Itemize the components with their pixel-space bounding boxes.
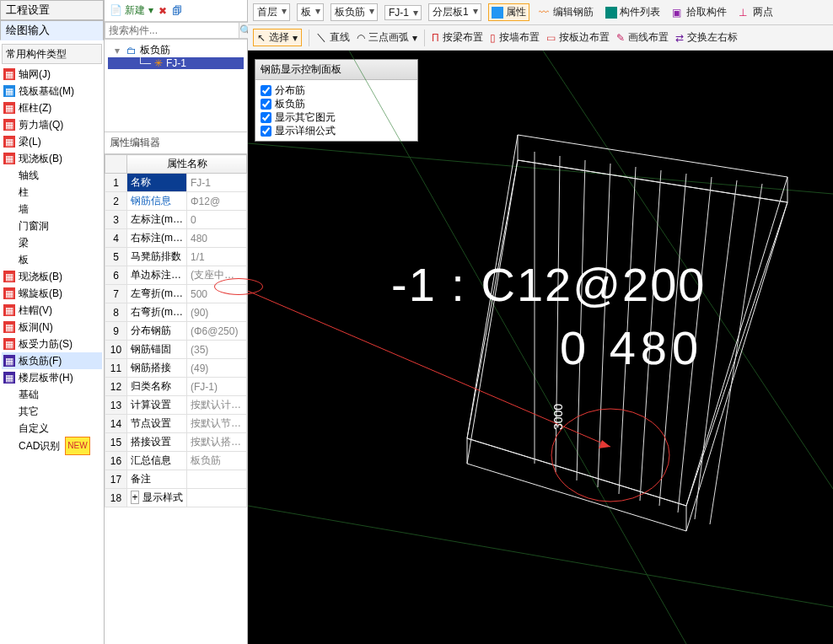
tree-item[interactable]: ▦框柱(Z) (2, 99, 102, 116)
property-row[interactable]: 17 备注 (105, 470, 247, 489)
property-row[interactable]: 8 右弯折(mm)(90) (105, 303, 247, 322)
property-value[interactable]: 500 (187, 285, 247, 303)
component-type-icon (3, 440, 15, 452)
tree-item[interactable]: ▦现浇板(B) (2, 150, 102, 167)
tree-item[interactable]: 墙 (2, 201, 102, 217)
tree-item[interactable]: ▦螺旋板(B) (2, 285, 102, 302)
tree-item[interactable]: ▦板洞(N) (2, 319, 102, 335)
two-point-button[interactable]: ⊥两点 (736, 4, 776, 20)
property-value[interactable]: 0 (187, 211, 247, 229)
tree-item[interactable]: 梁 (2, 234, 102, 251)
tree-item[interactable]: ▦筏板基础(M) (2, 83, 102, 99)
property-row[interactable]: 3左标注(mm)0 (105, 211, 247, 229)
category-select[interactable]: 板 (297, 3, 324, 21)
pick-component-button[interactable]: ▣拾取构件 (669, 4, 729, 20)
floor-select[interactable]: 首层 (253, 3, 290, 21)
property-value[interactable]: 按默认计算设置计算 (187, 396, 247, 415)
property-row[interactable]: 12 归类名称(FJ-1) (105, 378, 247, 396)
tree-item[interactable]: 基础 (2, 386, 102, 403)
property-row[interactable]: 18+显示样式 (105, 489, 247, 507)
property-row[interactable]: 1名称FJ-1 (105, 174, 247, 192)
tree-item[interactable]: CAD识别NEW (2, 437, 102, 455)
tree-item[interactable]: 柱 (2, 184, 102, 201)
tree-item[interactable]: ▦板负筋(F) (2, 352, 102, 369)
swap-labels[interactable]: ⇄交换左右标 (675, 30, 738, 45)
tree-item[interactable]: ▦现浇板(B) (2, 268, 102, 285)
property-row[interactable]: 4右标注(mm)480 (105, 229, 247, 248)
tree-item[interactable]: ▦轴网(J) (2, 66, 102, 83)
property-name: 计算设置 (127, 396, 187, 415)
property-row[interactable]: 9 分布钢筋(Φ6@250) (105, 322, 247, 341)
left-sidebar: 工程设置 绘图输入 常用构件类型 ▦轴网(J)▦筏板基础(M)▦框柱(Z)▦剪力… (0, 0, 105, 644)
tree-item-label: 楼层板带(H) (19, 369, 73, 386)
property-value[interactable]: (支座中心线) (187, 266, 247, 285)
close-icon[interactable]: ✖ (159, 5, 167, 17)
svg-line-0 (248, 143, 833, 194)
property-value[interactable]: (Φ6@250) (187, 322, 247, 341)
tree-item[interactable]: ▦柱帽(V) (2, 302, 102, 319)
draw-arc[interactable]: ◠三点画弧 ▾ (357, 30, 417, 45)
property-row[interactable]: 6 单边标注位置(支座中心线) (105, 266, 247, 285)
property-value[interactable]: Φ12@ (187, 192, 247, 211)
tree-item-label: 梁 (19, 234, 29, 251)
property-value[interactable]: 1/1 (187, 248, 247, 266)
tree-item[interactable]: 其它 (2, 403, 102, 420)
draw-line-place[interactable]: ✎画线布置 (616, 30, 669, 45)
property-value[interactable]: 480 (187, 229, 247, 248)
edit-rebar-button[interactable]: 〰编辑钢筋 (536, 4, 596, 20)
property-value[interactable]: 板负筋 (187, 452, 247, 470)
property-value[interactable]: FJ-1 (187, 174, 247, 192)
tab-draw-input[interactable]: 绘图输入 (0, 20, 104, 40)
property-row[interactable]: 5马凳筋排数1/1 (105, 248, 247, 266)
property-value[interactable]: (35) (187, 341, 247, 359)
wall-icon: ▯ (490, 32, 496, 44)
tree-item[interactable]: ▦楼层板带(H) (2, 369, 102, 386)
tree-item[interactable]: 门窗洞 (2, 217, 102, 234)
property-name: 钢筋搭接 (127, 359, 187, 378)
property-grid[interactable]: 属性名称 1名称FJ-12钢筋信息Φ12@3左标注(mm)04右标注(mm)48… (105, 154, 247, 644)
place-by-beam[interactable]: Π按梁布置 (432, 30, 483, 45)
draw-line[interactable]: ＼直线 (316, 30, 350, 45)
place-by-wall[interactable]: ▯按墙布置 (490, 30, 540, 45)
layer-select[interactable]: 分层板1 (428, 3, 481, 21)
property-row[interactable]: 16 汇总信息板负筋 (105, 452, 247, 470)
tree-item[interactable]: 轴线 (2, 167, 102, 184)
row-number: 3 (105, 211, 127, 229)
viewport-3d[interactable]: 钢筋显示控制面板 分布筋板负筋显示其它图元显示详细公式 (248, 51, 833, 644)
property-value[interactable]: (90) (187, 303, 247, 322)
property-value[interactable]: 按默认节点设置计算 (187, 415, 247, 433)
tree-item[interactable]: 板 (2, 251, 102, 268)
property-row[interactable]: 11 钢筋搭接(49) (105, 359, 247, 378)
property-value[interactable]: 按默认搭接设置计算 (187, 433, 247, 452)
item-select[interactable]: FJ-1 (384, 5, 422, 20)
copy-icon[interactable]: 🗐 (172, 5, 182, 17)
property-row[interactable]: 10 钢筋锚固(35) (105, 341, 247, 359)
property-value[interactable]: (49) (187, 359, 247, 378)
property-name: 钢筋锚固 (127, 341, 187, 359)
place-by-slab-edge[interactable]: ▭按板边布置 (546, 30, 610, 45)
tab-project-settings[interactable]: 工程设置 (0, 0, 104, 20)
property-value[interactable] (187, 489, 247, 507)
component-instance-tree[interactable]: ▾🗀板负筋 └─✳FJ-1 (105, 40, 247, 132)
select-mode[interactable]: ↖选择 ▾ (253, 29, 302, 46)
property-row[interactable]: 15 搭接设置按默认搭接设置计算 (105, 433, 247, 452)
new-button[interactable]: 📄 新建 ▾ (110, 3, 153, 18)
property-row[interactable]: 14 节点设置按默认节点设置计算 (105, 415, 247, 433)
property-row[interactable]: 13 计算设置按默认计算设置计算 (105, 396, 247, 415)
property-row[interactable]: 7 左弯折(mm)500 (105, 285, 247, 303)
property-value[interactable] (187, 470, 247, 489)
dimension-vertical: 3000 (551, 404, 565, 430)
search-input[interactable] (105, 22, 239, 39)
tree-item[interactable]: ▦板受力筋(S) (2, 335, 102, 352)
tree-item[interactable]: ▦剪力墙(Q) (2, 116, 102, 133)
tree-item[interactable]: 自定义 (2, 420, 102, 437)
component-list-button[interactable]: 构件列表 (603, 4, 663, 20)
subcat-select[interactable]: 板负筋 (331, 3, 378, 21)
component-type-icon: ▦ (3, 102, 15, 114)
attributes-button[interactable]: 属性 (488, 3, 529, 21)
tree-item[interactable]: ▦梁(L) (2, 133, 102, 150)
property-value[interactable]: (FJ-1) (187, 378, 247, 396)
property-row[interactable]: 2钢筋信息Φ12@ (105, 192, 247, 211)
svg-line-20 (710, 184, 762, 524)
component-type-icon: ▦ (3, 355, 15, 367)
